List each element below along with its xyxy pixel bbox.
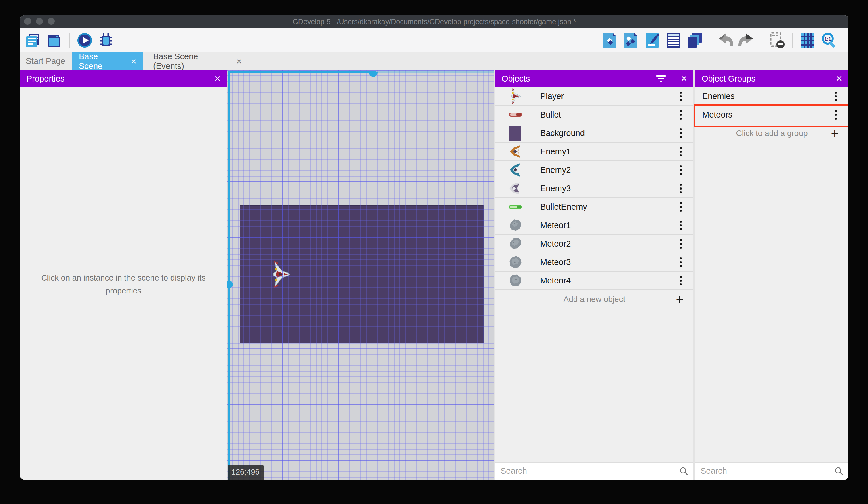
orange-enemy-ship-icon [507,143,524,160]
kebab-menu-icon[interactable] [680,92,682,101]
scene-canvas[interactable]: 126;496 [227,70,494,480]
object-row-enemy1[interactable]: Enemy1 [495,143,693,161]
svg-text:1:1: 1:1 [824,36,831,41]
instances-list-icon[interactable] [665,32,682,48]
tab-start-page[interactable]: Start Page [23,52,68,70]
selection-left-edge [228,71,230,480]
properties-panel-toggle-icon[interactable] [644,32,660,48]
selection-handle[interactable] [369,72,378,77]
object-label: Enemy1 [540,147,571,157]
groups-search-input[interactable] [695,466,834,476]
close-window-icon[interactable] [24,18,31,25]
group-row-enemies[interactable]: Enemies [695,87,848,106]
minimize-window-icon[interactable] [36,18,43,25]
properties-panel-header: Properties × [20,70,227,87]
close-panel-icon[interactable]: × [214,73,220,84]
player-instance[interactable] [270,260,290,288]
grid-toggle-icon[interactable] [799,32,816,48]
object-label: Meteor3 [540,258,571,267]
object-groups-panel-header: Object Groups × [695,70,848,87]
kebab-menu-icon[interactable] [680,165,682,175]
group-row-meteors[interactable]: Meteors [695,106,848,124]
add-group-label: Click to add a group [736,129,808,138]
object-label: BulletEnemy [540,202,587,212]
layers-icon[interactable] [687,32,703,48]
plus-icon[interactable]: + [676,293,683,306]
objects-list: Player Bullet Background [495,87,693,309]
preview-play-icon[interactable] [76,32,93,48]
debugger-bug-icon[interactable] [98,32,114,48]
object-row-bulletenemy[interactable]: BulletEnemy [495,198,693,216]
object-label: Enemy3 [540,184,571,193]
kebab-menu-icon[interactable] [680,184,682,193]
object-label: Enemy2 [540,165,571,175]
kebab-menu-icon[interactable] [680,239,682,249]
close-panel-icon[interactable]: × [836,73,842,84]
object-row-enemy2[interactable]: Enemy2 [495,161,693,179]
add-group-button[interactable]: Click to add a group + [695,124,848,143]
meteor-icon [507,254,524,270]
toolbar-separator [710,33,710,48]
titlebar: GDevelop 5 - /Users/dkarakay/Documents/G… [20,15,848,28]
object-row-meteor1[interactable]: Meteor1 [495,216,693,235]
kebab-menu-icon[interactable] [680,258,682,267]
tab-base-scene-events[interactable]: Base Scene (Events) × [146,52,249,70]
object-row-meteor3[interactable]: Meteor3 [495,253,693,272]
object-row-meteor2[interactable]: Meteor2 [495,235,693,253]
kebab-menu-icon[interactable] [680,110,682,120]
main-toolbar: 1:1 [20,28,848,52]
add-new-object-label: Add a new object [564,295,626,304]
groups-search-bar [695,462,848,480]
object-row-meteor4[interactable]: Meteor4 [495,272,693,290]
mask-toggle-icon[interactable] [769,32,785,48]
filter-icon[interactable] [656,75,666,82]
kebab-menu-icon[interactable] [680,147,682,157]
red-bullet-icon [507,107,524,123]
object-label: Background [540,129,585,138]
meteor-icon [507,217,524,233]
object-groups-list: Enemies Meteors Click to add a group + [695,87,848,143]
kebab-menu-icon[interactable] [680,129,682,138]
kebab-menu-icon[interactable] [680,202,682,212]
tab-label: Base Scene (Events) [153,52,227,71]
meteor-icon [507,235,524,252]
panel-title: Objects [502,74,530,83]
properties-empty-message: Click on an instance in the scene to dis… [31,272,216,298]
plus-icon[interactable]: + [831,127,839,140]
tab-base-scene[interactable]: Base Scene × [72,52,143,70]
project-manager-icon[interactable] [25,32,41,48]
group-label: Enemies [702,92,735,101]
tab-label: Base Scene [79,52,121,71]
group-label: Meteors [702,110,732,120]
objects-search-bar [495,462,693,480]
object-groups-panel-toggle-icon[interactable] [623,32,639,48]
toolbar-separator [69,33,70,48]
kebab-menu-icon[interactable] [680,276,682,285]
selection-handle[interactable] [227,281,233,288]
scene-editor-icon[interactable] [46,32,62,48]
close-tab-icon[interactable]: × [236,57,242,66]
gdevelop-window: GDevelop 5 - /Users/dkarakay/Documents/G… [20,15,848,480]
player-ship-icon [507,88,524,104]
object-row-background[interactable]: Background [495,124,693,143]
objects-panel-toggle-icon[interactable] [601,32,618,48]
object-row-bullet[interactable]: Bullet [495,106,693,124]
object-row-enemy3[interactable]: Enemy3 [495,179,693,198]
objects-search-input[interactable] [495,466,679,476]
object-label: Player [540,92,564,101]
tab-label: Start Page [25,57,65,66]
close-panel-icon[interactable]: × [681,73,687,84]
zoom-window-icon[interactable] [48,18,55,25]
redo-icon[interactable] [738,32,755,48]
search-icon [834,466,844,476]
kebab-menu-icon[interactable] [835,110,837,120]
undo-icon[interactable] [717,32,733,48]
close-tab-icon[interactable]: × [131,57,136,66]
kebab-menu-icon[interactable] [680,221,682,230]
add-new-object-button[interactable]: Add a new object + [495,290,693,309]
objects-panel-header: Objects × [495,70,693,87]
object-row-player[interactable]: Player [495,87,693,106]
kebab-menu-icon[interactable] [835,92,837,101]
zoom-one-to-one-icon[interactable]: 1:1 [821,32,837,48]
object-label: Meteor1 [540,221,571,230]
